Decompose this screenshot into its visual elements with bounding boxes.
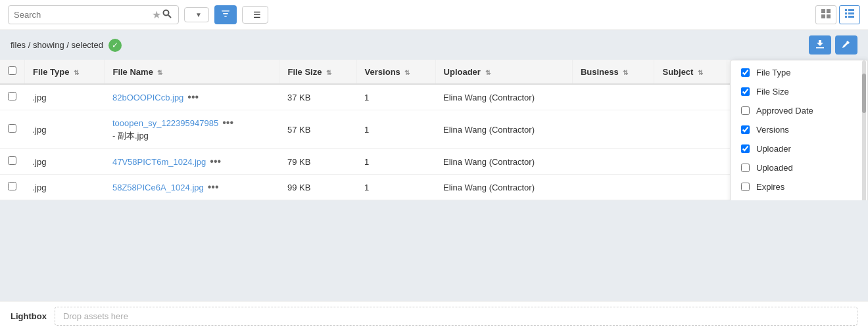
file-link[interactable]: tooopen_sy_122395947985 <box>112 118 218 128</box>
cell-subject <box>654 175 727 200</box>
svg-rect-3 <box>223 13 228 14</box>
column-checkbox[interactable] <box>741 87 750 96</box>
column-label: Versions <box>756 125 789 135</box>
more-options-button[interactable]: ••• <box>210 156 221 167</box>
column-label: Uploader <box>756 144 791 154</box>
col-uploader: Uploader ⇅ <box>435 60 572 84</box>
column-label: File Size <box>756 87 789 97</box>
column-panel-item[interactable]: Versions <box>731 120 867 139</box>
cell-subject <box>654 149 727 175</box>
cell-uploader: Elina Wang (Contractor) <box>435 84 572 110</box>
file-stats: files / showing / selected <box>11 40 103 50</box>
channel-dropdown[interactable]: ▼ <box>184 7 209 22</box>
svg-rect-5 <box>821 9 825 13</box>
cell-file-type: .jpg <box>25 110 105 149</box>
cell-versions: 1 <box>356 149 435 175</box>
cell-business <box>572 84 654 110</box>
svg-rect-4 <box>224 16 227 17</box>
svg-rect-11 <box>845 12 847 14</box>
check-icon: ✓ <box>108 39 122 52</box>
all-dropdown[interactable]: ☰ <box>242 6 268 24</box>
search-input[interactable] <box>14 10 152 20</box>
chevron-down-icon: ▼ <box>195 11 202 18</box>
svg-rect-13 <box>845 16 847 18</box>
list-view-button[interactable] <box>839 5 860 24</box>
cell-subject <box>654 84 727 110</box>
more-options-button[interactable]: ••• <box>208 181 219 193</box>
col-file-type: File Type ⇅ <box>25 60 105 84</box>
row-checkbox[interactable] <box>8 156 16 165</box>
cell-file-name: 47V58PICT6m_1024.jpg ••• <box>105 149 279 175</box>
cell-uploader: Elina Wang (Contractor) <box>435 175 572 200</box>
svg-point-0 <box>164 11 169 16</box>
status-actions <box>809 35 857 55</box>
column-panel-item[interactable]: Last Edit <box>731 196 867 200</box>
edit-button[interactable] <box>835 35 857 55</box>
search-box: ★ <box>8 5 179 24</box>
status-info: files / showing / selected ✓ <box>11 39 122 52</box>
filter-button[interactable] <box>214 5 237 24</box>
status-bar: files / showing / selected ✓ <box>0 30 868 60</box>
cell-business <box>572 149 654 175</box>
col-file-name: File Name ⇅ <box>105 60 279 84</box>
column-checkbox[interactable] <box>741 144 750 153</box>
cell-file-type: .jpg <box>25 175 105 200</box>
column-label: Approved Date <box>756 106 813 116</box>
column-label: Uploaded <box>756 163 793 173</box>
more-options-button[interactable]: ••• <box>187 91 199 103</box>
cell-file-size: 79 KB <box>279 149 356 175</box>
cell-business <box>572 175 654 200</box>
select-all-checkbox[interactable] <box>8 66 16 75</box>
toolbar: ★ ▼ ☰ <box>0 0 868 30</box>
grid-view-button[interactable] <box>815 5 836 24</box>
svg-rect-7 <box>821 14 825 18</box>
cell-subject <box>654 110 727 149</box>
cell-uploader: Elina Wang (Contractor) <box>435 149 572 175</box>
svg-rect-10 <box>848 9 854 11</box>
column-panel-item[interactable]: Uploader <box>731 139 867 158</box>
main-content: File Type ⇅ File Name ⇅ File Size ⇅ Vers… <box>0 60 868 200</box>
cell-file-name: tooopen_sy_122395947985 •••- 副本.jpg <box>105 110 279 149</box>
row-checkbox[interactable] <box>8 124 16 133</box>
column-label: Expires <box>756 182 784 192</box>
view-toggle <box>815 5 860 24</box>
row-checkbox[interactable] <box>8 92 16 100</box>
download-button[interactable] <box>809 35 831 55</box>
file-link[interactable]: 47V58PICT6m_1024.jpg <box>112 157 206 167</box>
more-options-button[interactable]: ••• <box>222 117 233 129</box>
scrollbar-thumb[interactable] <box>862 74 866 113</box>
col-versions: Versions ⇅ <box>356 60 435 84</box>
column-checkbox[interactable] <box>741 106 750 115</box>
cell-file-type: .jpg <box>25 149 105 175</box>
favorite-icon[interactable]: ★ <box>152 9 161 21</box>
column-panel-item[interactable]: Uploaded <box>731 158 867 177</box>
column-checkbox[interactable] <box>741 164 750 172</box>
list-icon: ☰ <box>253 10 261 20</box>
cell-file-size: 57 KB <box>279 110 356 149</box>
svg-line-1 <box>168 15 171 18</box>
cell-file-name: 82bOOOPICcb.jpg ••• <box>105 84 279 110</box>
cell-versions: 1 <box>356 175 435 200</box>
row-checkbox[interactable] <box>8 182 16 190</box>
scrollbar[interactable] <box>862 60 866 200</box>
svg-rect-8 <box>827 14 831 18</box>
column-panel-item[interactable]: File Size <box>731 82 867 101</box>
column-panel-item[interactable]: Approved Date <box>731 101 867 120</box>
column-checkbox[interactable] <box>741 183 750 191</box>
file-link[interactable]: 58Z58PICe6A_1024.jpg <box>112 183 204 192</box>
cell-file-size: 99 KB <box>279 175 356 200</box>
column-panel-item[interactable]: Expires <box>731 177 867 196</box>
svg-rect-2 <box>222 11 229 12</box>
column-checkbox[interactable] <box>741 125 750 134</box>
column-panel-item[interactable]: File Type <box>731 63 867 82</box>
svg-rect-15 <box>816 47 824 49</box>
cell-versions: 1 <box>356 110 435 149</box>
cell-file-size: 37 KB <box>279 84 356 110</box>
col-file-size: File Size ⇅ <box>279 60 356 84</box>
search-icon[interactable] <box>161 9 173 20</box>
column-checkbox[interactable] <box>741 68 750 77</box>
col-subject: Subject ⇅ <box>654 60 727 84</box>
cell-file-name: 58Z58PICe6A_1024.jpg ••• <box>105 175 279 200</box>
svg-rect-9 <box>845 9 847 11</box>
file-link[interactable]: 82bOOOPICcb.jpg <box>112 93 183 102</box>
